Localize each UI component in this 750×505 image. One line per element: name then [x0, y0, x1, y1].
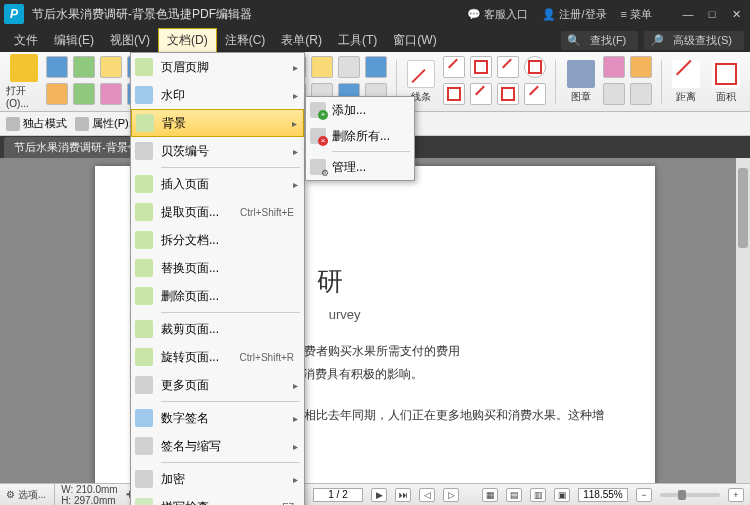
add-icon — [310, 102, 326, 118]
exclusive-mode-toggle[interactable]: 独占模式 — [6, 116, 67, 131]
menu-view[interactable]: 视图(V) — [102, 29, 158, 52]
app-logo: P — [4, 4, 24, 24]
shape-circle-icon[interactable] — [524, 56, 546, 78]
menu-split-doc[interactable]: 拆分文档... — [131, 226, 304, 254]
menu-spellcheck[interactable]: ABC拼写检查F7 — [131, 493, 304, 505]
menu-link[interactable]: ≡ 菜单 — [621, 7, 652, 22]
submenu-add[interactable]: 添加... — [306, 97, 414, 123]
menu-bates[interactable]: 贝茨编号▸ — [131, 137, 304, 165]
menu-header-footer[interactable]: 页眉页脚▸ — [131, 53, 304, 81]
zoom-out[interactable]: − — [636, 488, 652, 502]
menu-comment[interactable]: 注释(C) — [217, 29, 274, 52]
shape-cloud-icon[interactable] — [497, 83, 519, 105]
properties-button[interactable]: 属性(P)... — [75, 116, 138, 131]
document-menu-dropdown: 页眉页脚▸ 水印▸ 背景▸ 贝茨编号▸ 插入页面▸ 提取页面...Ctrl+Sh… — [130, 52, 305, 505]
nav-next[interactable]: ▶ — [371, 488, 387, 502]
menu-insert-page[interactable]: 插入页面▸ — [131, 170, 304, 198]
misc-icon[interactable] — [630, 83, 652, 105]
pencil-icon[interactable] — [630, 56, 652, 78]
tool-icon[interactable] — [46, 56, 68, 78]
form-tool-icon[interactable] — [365, 56, 387, 78]
scrollbar-thumb[interactable] — [738, 168, 748, 248]
shape-rect-icon[interactable] — [470, 56, 492, 78]
menu-watermark[interactable]: 水印▸ — [131, 81, 304, 109]
form-tool-icon[interactable] — [338, 56, 360, 78]
shape-poly-icon[interactable] — [443, 83, 465, 105]
minimize-button[interactable]: — — [678, 8, 698, 21]
shape-line-icon[interactable] — [443, 56, 465, 78]
menu-crop-page[interactable]: 裁剪页面... — [131, 315, 304, 343]
tool-icon[interactable] — [73, 83, 95, 105]
zoom-slider[interactable] — [660, 493, 720, 497]
menu-delete-page[interactable]: 删除页面... — [131, 282, 304, 310]
shape-free-icon[interactable] — [524, 83, 546, 105]
workspace: 节后水果消费调研 Post-holiday Fruit Consumption … — [0, 158, 750, 483]
view-mode-icon[interactable]: ▦ — [482, 488, 498, 502]
tool-icon[interactable] — [46, 83, 68, 105]
menu-encrypt[interactable]: 加密▸ — [131, 465, 304, 493]
menu-background[interactable]: 背景▸ — [131, 109, 304, 137]
background-submenu: 添加... 删除所有... 管理... — [305, 96, 415, 181]
distance-tool[interactable]: 距离 — [668, 60, 704, 104]
eraser-icon[interactable] — [603, 56, 625, 78]
login-link[interactable]: 👤 注册/登录 — [542, 7, 606, 22]
nav-fwd[interactable]: ▷ — [443, 488, 459, 502]
tool-icon[interactable] — [73, 56, 95, 78]
maximize-button[interactable]: □ — [702, 8, 722, 21]
title-bar: P 节后水果消费调研-背景色迅捷PDF编辑器 💬 客服入口 👤 注册/登录 ≡ … — [0, 0, 750, 28]
page-width: W: 210.0mm — [61, 484, 118, 495]
options-button[interactable]: ⚙ 选项... — [6, 488, 46, 502]
misc-icon[interactable] — [603, 83, 625, 105]
menu-sign-summary[interactable]: 签名与缩写▸ — [131, 432, 304, 460]
menu-tool[interactable]: 工具(T) — [330, 29, 385, 52]
menu-file[interactable]: 文件 — [6, 29, 46, 52]
menu-document[interactable]: 文档(D) — [158, 28, 217, 53]
view-mode-icon[interactable]: ▥ — [530, 488, 546, 502]
submenu-manage[interactable]: 管理... — [306, 154, 414, 180]
view-mode-icon[interactable]: ▣ — [554, 488, 570, 502]
manage-icon — [310, 159, 326, 175]
submenu-delete-all[interactable]: 删除所有... — [306, 123, 414, 149]
page-height: H: 297.0mm — [61, 495, 115, 506]
page-input[interactable] — [313, 488, 363, 502]
menu-extract-page[interactable]: 提取页面...Ctrl+Shift+E — [131, 198, 304, 226]
nav-last[interactable]: ⏭ — [395, 488, 411, 502]
form-tool-icon[interactable] — [311, 56, 333, 78]
nav-back[interactable]: ◁ — [419, 488, 435, 502]
open-button[interactable]: 打开(O)... — [6, 54, 42, 109]
window-title: 节后水果消费调研-背景色迅捷PDF编辑器 — [32, 6, 467, 23]
view-mode-icon[interactable]: ▤ — [506, 488, 522, 502]
vertical-scrollbar[interactable] — [736, 158, 750, 483]
find-button[interactable]: 🔍 查找(F) — [561, 31, 638, 50]
stamp-tool[interactable]: 图章 — [563, 60, 599, 104]
zoom-in[interactable]: + — [728, 488, 744, 502]
area-tool[interactable]: 面积 — [708, 60, 744, 104]
adv-find-button[interactable]: 🔎 高级查找(S) — [644, 31, 744, 50]
delete-icon — [310, 128, 326, 144]
menu-bar: 文件 编辑(E) 视图(V) 文档(D) 注释(C) 表单(R) 工具(T) 窗… — [0, 28, 750, 52]
zoom-input[interactable] — [578, 488, 628, 502]
menu-edit[interactable]: 编辑(E) — [46, 29, 102, 52]
support-link[interactable]: 💬 客服入口 — [467, 7, 528, 22]
status-bar: ⚙ 选项... W: 210.0mm H: 297.0mm ✚ X: Y: ⏮ … — [0, 483, 750, 505]
menu-rotate-page[interactable]: 旋转页面...Ctrl+Shift+R — [131, 343, 304, 371]
shape-curve-icon[interactable] — [470, 83, 492, 105]
close-button[interactable]: ✕ — [726, 8, 746, 21]
menu-digital-sign[interactable]: 数字签名▸ — [131, 404, 304, 432]
tool-icon[interactable] — [100, 83, 122, 105]
menu-replace-page[interactable]: 替换页面... — [131, 254, 304, 282]
tool-icon[interactable] — [100, 56, 122, 78]
menu-window[interactable]: 窗口(W) — [385, 29, 444, 52]
menu-form[interactable]: 表单(R) — [273, 29, 330, 52]
menu-more-pages[interactable]: 更多页面▸ — [131, 371, 304, 399]
shape-arrow-icon[interactable] — [497, 56, 519, 78]
